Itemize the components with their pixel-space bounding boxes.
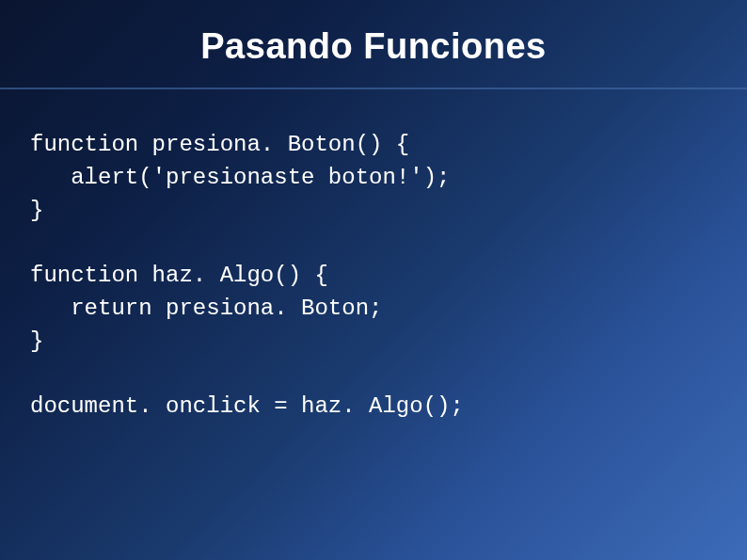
code-line-7: } bbox=[30, 328, 43, 354]
code-indent bbox=[30, 296, 71, 321]
code-line-5: function haz. Algo() { bbox=[30, 263, 328, 288]
code-line-2: alert('presionaste boton!'); bbox=[71, 165, 450, 190]
slide-title: Pasando Funciones bbox=[0, 26, 747, 67]
slide-title-area: Pasando Funciones bbox=[0, 0, 747, 89]
code-line-6: return presiona. Boton; bbox=[71, 296, 382, 321]
code-line-3: } bbox=[30, 198, 43, 223]
code-line-1: function presiona. Boton() { bbox=[30, 132, 409, 157]
code-block: function presiona. Boton() { alert('pres… bbox=[0, 89, 747, 424]
code-indent bbox=[30, 165, 71, 190]
code-line-9: document. onclick = haz. Algo(); bbox=[30, 393, 464, 419]
presentation-slide: Pasando Funciones function presiona. Bot… bbox=[0, 0, 747, 560]
